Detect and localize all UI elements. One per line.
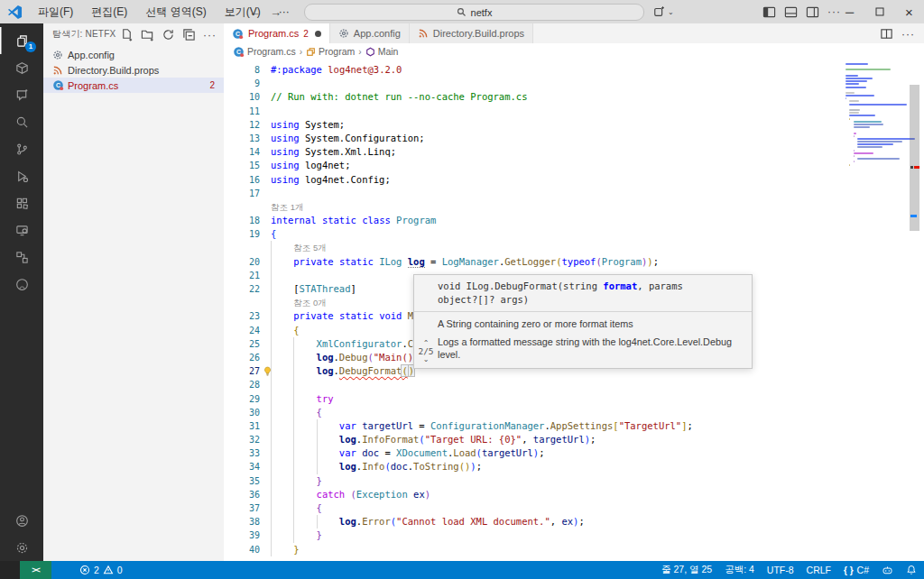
- breadcrumb-item[interactable]: Program: [306, 46, 355, 57]
- code-line[interactable]: 39}: [224, 528, 924, 542]
- line-number[interactable]: 8: [224, 63, 260, 77]
- line-number[interactable]: 39: [224, 528, 260, 542]
- codelens-references[interactable]: 참조 0개: [293, 297, 326, 309]
- code-line[interactable]: 37{: [224, 501, 924, 515]
- ellipsis-icon[interactable]: ···: [203, 26, 217, 42]
- line-number[interactable]: 13: [224, 132, 260, 145]
- tab-directory-build-props[interactable]: Directory.Build.props: [410, 23, 533, 43]
- toggle-sidebar-icon[interactable]: [762, 5, 776, 19]
- status-item-crlf[interactable]: CRLF: [807, 565, 831, 575]
- codelens-references[interactable]: 참조 1개: [271, 201, 303, 214]
- code-line[interactable]: 10// Run with: dotnet run --no-cache Pro…: [224, 90, 924, 104]
- line-number[interactable]: 26: [224, 351, 260, 364]
- activity-source-control-icon[interactable]: [0, 135, 43, 162]
- code-line[interactable]: 38log.Error("Cannot load XML document.",…: [224, 515, 924, 528]
- line-number[interactable]: 37: [224, 501, 260, 515]
- code-line[interactable]: 13using System.Configuration;: [224, 132, 924, 145]
- breadcrumb-item[interactable]: Main: [365, 46, 399, 57]
- tab-app-config[interactable]: App.config: [330, 23, 410, 43]
- line-number[interactable]: 29: [224, 392, 260, 406]
- status-item--4[interactable]: 공백: 4: [725, 564, 754, 576]
- line-number[interactable]: 15: [224, 159, 260, 172]
- line-number[interactable]: 31: [224, 419, 260, 433]
- codelens-row[interactable]: 참조 5개: [224, 241, 924, 254]
- menu-item-1[interactable]: 편집(E): [84, 3, 134, 22]
- line-number[interactable]: 12: [224, 118, 260, 132]
- code-line[interactable]: 14using System.Xml.Linq;: [224, 145, 924, 159]
- line-number[interactable]: 21: [224, 269, 260, 282]
- split-editor-icon[interactable]: [880, 27, 893, 41]
- back-arrow-icon[interactable]: ←: [249, 5, 261, 19]
- line-number[interactable]: 36: [224, 488, 260, 501]
- line-number[interactable]: 40: [224, 543, 260, 556]
- command-center-search[interactable]: netfx: [304, 4, 644, 21]
- activity-chat-icon[interactable]: [0, 81, 43, 108]
- menu-item-0[interactable]: 파일(F): [31, 3, 80, 22]
- line-number[interactable]: 11: [224, 105, 260, 118]
- new-folder-icon[interactable]: [141, 28, 154, 41]
- toggle-panel-icon[interactable]: [784, 5, 798, 19]
- activity-extensions-icon[interactable]: [0, 189, 43, 216]
- code-line[interactable]: 29try: [224, 392, 924, 406]
- file-row[interactable]: Directory.Build.props: [43, 62, 224, 78]
- editor-scrollbar[interactable]: [909, 60, 920, 561]
- line-number[interactable]: 32: [224, 433, 260, 446]
- toggle-secondary-sidebar-icon[interactable]: [806, 5, 819, 19]
- line-number[interactable]: 38: [224, 515, 260, 528]
- code-line[interactable]: 9: [224, 77, 924, 90]
- new-file-icon[interactable]: [120, 28, 134, 41]
- activity-account-icon[interactable]: [0, 507, 43, 534]
- code-line[interactable]: 11: [224, 105, 924, 118]
- code-line[interactable]: 20private static ILog log = LogManager.G…: [224, 255, 924, 269]
- line-number[interactable]: 20: [224, 255, 260, 269]
- codelens-row[interactable]: 참조 1개: [224, 200, 924, 214]
- codelens-references[interactable]: 참조 5개: [293, 242, 326, 254]
- minimap[interactable]: [845, 63, 907, 167]
- code-line[interactable]: 34log.Info(doc.ToString());: [224, 460, 924, 473]
- breadcrumb-item[interactable]: CProgram.cs: [233, 46, 296, 58]
- code-line[interactable]: 31var targetUrl = ConfigurationManager.A…: [224, 419, 924, 433]
- code-line[interactable]: 33var doc = XDocument.Load(targetUrl);: [224, 446, 924, 460]
- editor-more-icon[interactable]: ···: [901, 25, 915, 41]
- code-line[interactable]: 36catch (Exception ex): [224, 488, 924, 501]
- line-number[interactable]: 25: [224, 337, 260, 351]
- status-item[interactable]: [906, 565, 917, 575]
- line-number[interactable]: 28: [224, 378, 260, 391]
- status-item--27-25[interactable]: 줄 27, 열 25: [661, 564, 712, 576]
- maximize-button[interactable]: [864, 0, 894, 23]
- scrollbar-thumb[interactable]: [910, 85, 919, 231]
- line-number[interactable]: 9: [224, 77, 260, 90]
- line-number[interactable]: 14: [224, 145, 260, 159]
- menu-item-2[interactable]: 선택 영역(S): [138, 3, 213, 22]
- next-signature-icon[interactable]: ⌄: [417, 356, 435, 363]
- line-number[interactable]: 19: [224, 227, 260, 241]
- activity-references-icon[interactable]: [0, 244, 43, 271]
- close-button[interactable]: ×: [894, 0, 924, 23]
- code-line[interactable]: 30{: [224, 406, 924, 419]
- file-row[interactable]: App.config: [43, 47, 224, 62]
- copilot-menu-button[interactable]: ⌄: [653, 4, 674, 20]
- refresh-icon[interactable]: [162, 28, 175, 41]
- code-line[interactable]: 35}: [224, 474, 924, 488]
- problems-indicator[interactable]: 2 0: [79, 561, 123, 579]
- line-number[interactable]: 22: [224, 282, 260, 296]
- code-line[interactable]: 18internal static class Program: [224, 214, 924, 227]
- line-number[interactable]: 24: [224, 324, 260, 337]
- line-number[interactable]: 35: [224, 474, 260, 488]
- line-number[interactable]: 10: [224, 90, 260, 104]
- modified-dot-icon[interactable]: [315, 31, 321, 37]
- prev-signature-icon[interactable]: ⌃: [417, 340, 435, 346]
- code-line[interactable]: 15using log4net;: [224, 159, 924, 172]
- minimize-button[interactable]: ─: [835, 0, 864, 23]
- remote-indicator[interactable]: ><: [20, 561, 51, 579]
- line-number[interactable]: 17: [224, 187, 260, 200]
- code-line[interactable]: 8#:package log4net@3.2.0: [224, 63, 924, 77]
- line-number[interactable]: 33: [224, 446, 260, 460]
- code-line[interactable]: 28: [224, 378, 924, 391]
- code-line[interactable]: 17: [224, 187, 924, 200]
- line-number[interactable]: 16: [224, 173, 260, 187]
- line-number[interactable]: 18: [224, 214, 260, 227]
- status-item-c#[interactable]: { }C#: [844, 565, 869, 575]
- code-line[interactable]: 12using System;: [224, 118, 924, 132]
- activity-github-icon[interactable]: [0, 271, 43, 298]
